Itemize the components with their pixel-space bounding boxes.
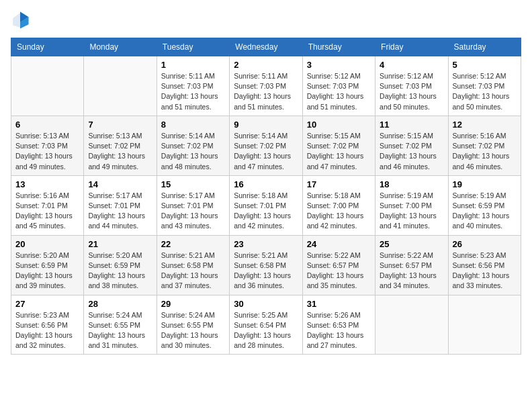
calendar-cell: 29Sunrise: 5:24 AMSunset: 6:55 PMDayligh… <box>157 295 229 355</box>
day-number: 31 <box>307 299 371 309</box>
day-number: 1 <box>161 60 225 70</box>
day-header-thursday: Thursday <box>302 38 375 56</box>
day-number: 21 <box>88 239 152 249</box>
day-info: Sunrise: 5:19 AMSunset: 7:00 PMDaylight:… <box>380 191 443 232</box>
calendar-cell: 1Sunrise: 5:11 AMSunset: 7:03 PMDaylight… <box>157 56 229 116</box>
calendar-cell <box>375 295 448 355</box>
day-info: Sunrise: 5:24 AMSunset: 6:55 PMDaylight:… <box>161 310 225 351</box>
day-number: 5 <box>453 60 517 70</box>
calendar-cell: 14Sunrise: 5:17 AMSunset: 7:01 PMDayligh… <box>84 175 157 235</box>
calendar-cell: 17Sunrise: 5:18 AMSunset: 7:00 PMDayligh… <box>302 175 375 235</box>
day-info: Sunrise: 5:19 AMSunset: 6:59 PMDaylight:… <box>453 191 517 232</box>
calendar-cell: 3Sunrise: 5:12 AMSunset: 7:03 PMDaylight… <box>302 56 375 116</box>
day-number: 28 <box>88 299 152 309</box>
day-header-friday: Friday <box>375 38 448 56</box>
calendar-cell: 24Sunrise: 5:22 AMSunset: 6:57 PMDayligh… <box>302 235 375 295</box>
page-header <box>11 11 521 30</box>
day-info: Sunrise: 5:15 AMSunset: 7:02 PMDaylight:… <box>307 131 371 172</box>
calendar-week-4: 20Sunrise: 5:20 AMSunset: 6:59 PMDayligh… <box>11 235 521 295</box>
day-info: Sunrise: 5:26 AMSunset: 6:53 PMDaylight:… <box>307 310 371 351</box>
day-number: 6 <box>15 120 79 130</box>
day-number: 11 <box>380 120 443 130</box>
day-number: 13 <box>15 179 79 189</box>
calendar-cell: 7Sunrise: 5:13 AMSunset: 7:02 PMDaylight… <box>84 116 157 175</box>
day-header-tuesday: Tuesday <box>157 38 229 56</box>
calendar-cell: 31Sunrise: 5:26 AMSunset: 6:53 PMDayligh… <box>302 295 375 355</box>
day-info: Sunrise: 5:22 AMSunset: 6:57 PMDaylight:… <box>380 250 443 291</box>
day-info: Sunrise: 5:15 AMSunset: 7:02 PMDaylight:… <box>380 131 443 172</box>
day-number: 16 <box>234 179 298 189</box>
calendar-cell: 16Sunrise: 5:18 AMSunset: 7:01 PMDayligh… <box>230 175 302 235</box>
day-number: 26 <box>453 239 517 249</box>
day-number: 2 <box>234 60 298 70</box>
day-info: Sunrise: 5:18 AMSunset: 7:00 PMDaylight:… <box>307 191 371 232</box>
day-info: Sunrise: 5:11 AMSunset: 7:03 PMDaylight:… <box>234 71 298 112</box>
calendar-week-1: 1Sunrise: 5:11 AMSunset: 7:03 PMDaylight… <box>11 56 521 116</box>
calendar-cell: 22Sunrise: 5:21 AMSunset: 6:58 PMDayligh… <box>157 235 229 295</box>
day-number: 10 <box>307 120 371 130</box>
day-info: Sunrise: 5:20 AMSunset: 6:59 PMDaylight:… <box>15 250 79 291</box>
calendar-cell: 21Sunrise: 5:20 AMSunset: 6:59 PMDayligh… <box>84 235 157 295</box>
calendar-cell: 11Sunrise: 5:15 AMSunset: 7:02 PMDayligh… <box>375 116 448 175</box>
day-header-sunday: Sunday <box>11 38 84 56</box>
day-info: Sunrise: 5:14 AMSunset: 7:02 PMDaylight:… <box>234 131 298 172</box>
day-info: Sunrise: 5:21 AMSunset: 6:58 PMDaylight:… <box>161 250 225 291</box>
day-info: Sunrise: 5:20 AMSunset: 6:59 PMDaylight:… <box>88 250 152 291</box>
day-number: 14 <box>88 179 152 189</box>
calendar-cell: 9Sunrise: 5:14 AMSunset: 7:02 PMDaylight… <box>230 116 302 175</box>
calendar-cell: 12Sunrise: 5:16 AMSunset: 7:02 PMDayligh… <box>448 116 521 175</box>
day-number: 19 <box>453 179 517 189</box>
day-info: Sunrise: 5:16 AMSunset: 7:02 PMDaylight:… <box>453 131 517 172</box>
day-number: 27 <box>15 299 79 309</box>
logo-icon <box>11 11 30 30</box>
day-number: 24 <box>307 239 371 249</box>
calendar-week-2: 6Sunrise: 5:13 AMSunset: 7:03 PMDaylight… <box>11 116 521 175</box>
day-info: Sunrise: 5:17 AMSunset: 7:01 PMDaylight:… <box>161 191 225 232</box>
day-info: Sunrise: 5:12 AMSunset: 7:03 PMDaylight:… <box>453 71 517 112</box>
day-info: Sunrise: 5:16 AMSunset: 7:01 PMDaylight:… <box>15 191 79 232</box>
calendar-cell <box>448 295 521 355</box>
day-info: Sunrise: 5:23 AMSunset: 6:56 PMDaylight:… <box>15 310 79 351</box>
day-number: 7 <box>88 120 152 130</box>
calendar-cell: 30Sunrise: 5:25 AMSunset: 6:54 PMDayligh… <box>230 295 302 355</box>
calendar-header-row: SundayMondayTuesdayWednesdayThursdayFrid… <box>11 38 521 56</box>
day-number: 17 <box>307 179 371 189</box>
day-number: 18 <box>380 179 443 189</box>
calendar-cell: 13Sunrise: 5:16 AMSunset: 7:01 PMDayligh… <box>11 175 84 235</box>
day-info: Sunrise: 5:12 AMSunset: 7:03 PMDaylight:… <box>380 71 443 112</box>
calendar-cell: 5Sunrise: 5:12 AMSunset: 7:03 PMDaylight… <box>448 56 521 116</box>
calendar-cell: 20Sunrise: 5:20 AMSunset: 6:59 PMDayligh… <box>11 235 84 295</box>
day-info: Sunrise: 5:21 AMSunset: 6:58 PMDaylight:… <box>234 250 298 291</box>
day-number: 9 <box>234 120 298 130</box>
logo <box>11 11 32 30</box>
day-number: 8 <box>161 120 225 130</box>
day-info: Sunrise: 5:22 AMSunset: 6:57 PMDaylight:… <box>307 250 371 291</box>
calendar-table: SundayMondayTuesdayWednesdayThursdayFrid… <box>11 38 521 355</box>
day-number: 29 <box>161 299 225 309</box>
day-number: 12 <box>453 120 517 130</box>
calendar-cell: 15Sunrise: 5:17 AMSunset: 7:01 PMDayligh… <box>157 175 229 235</box>
calendar-week-3: 13Sunrise: 5:16 AMSunset: 7:01 PMDayligh… <box>11 175 521 235</box>
calendar-week-5: 27Sunrise: 5:23 AMSunset: 6:56 PMDayligh… <box>11 295 521 355</box>
calendar-cell: 27Sunrise: 5:23 AMSunset: 6:56 PMDayligh… <box>11 295 84 355</box>
calendar-cell: 28Sunrise: 5:24 AMSunset: 6:55 PMDayligh… <box>84 295 157 355</box>
day-info: Sunrise: 5:25 AMSunset: 6:54 PMDaylight:… <box>234 310 298 351</box>
day-number: 22 <box>161 239 225 249</box>
day-number: 25 <box>380 239 443 249</box>
calendar-cell: 25Sunrise: 5:22 AMSunset: 6:57 PMDayligh… <box>375 235 448 295</box>
calendar-cell: 26Sunrise: 5:23 AMSunset: 6:56 PMDayligh… <box>448 235 521 295</box>
day-number: 4 <box>380 60 443 70</box>
day-header-saturday: Saturday <box>448 38 521 56</box>
day-info: Sunrise: 5:14 AMSunset: 7:02 PMDaylight:… <box>161 131 225 172</box>
day-number: 23 <box>234 239 298 249</box>
day-number: 30 <box>234 299 298 309</box>
day-header-monday: Monday <box>84 38 157 56</box>
day-info: Sunrise: 5:13 AMSunset: 7:02 PMDaylight:… <box>88 131 152 172</box>
calendar-cell: 6Sunrise: 5:13 AMSunset: 7:03 PMDaylight… <box>11 116 84 175</box>
day-info: Sunrise: 5:12 AMSunset: 7:03 PMDaylight:… <box>307 71 371 112</box>
calendar-cell: 8Sunrise: 5:14 AMSunset: 7:02 PMDaylight… <box>157 116 229 175</box>
calendar-cell: 10Sunrise: 5:15 AMSunset: 7:02 PMDayligh… <box>302 116 375 175</box>
day-info: Sunrise: 5:11 AMSunset: 7:03 PMDaylight:… <box>161 71 225 112</box>
day-info: Sunrise: 5:17 AMSunset: 7:01 PMDaylight:… <box>88 191 152 232</box>
day-number: 3 <box>307 60 371 70</box>
